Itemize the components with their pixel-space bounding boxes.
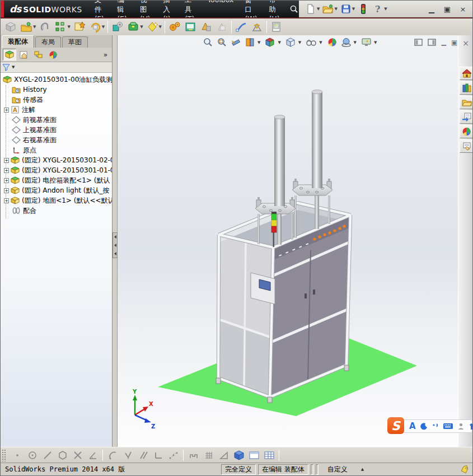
hydraulic-cylinder-front[interactable] xyxy=(274,115,285,206)
display-style-dropdown[interactable]: ▼ xyxy=(298,40,301,45)
moon-icon[interactable] xyxy=(420,423,428,430)
hydraulic-cylinder-rear[interactable] xyxy=(312,90,322,188)
displaymanager-icon[interactable] xyxy=(46,49,60,60)
table-icon[interactable] xyxy=(261,449,277,462)
new-part-icon[interactable] xyxy=(72,20,87,34)
open-part-icon[interactable] xyxy=(18,20,34,34)
point-icon[interactable] xyxy=(10,449,25,462)
file-explorer-icon[interactable] xyxy=(460,96,473,109)
cube-3d-icon[interactable] xyxy=(231,449,246,462)
door-handle[interactable] xyxy=(305,293,307,298)
tab-sketch[interactable]: 草图 xyxy=(62,36,88,48)
new-dropdown-arrow[interactable]: ▼ xyxy=(317,7,320,11)
tree-item-root[interactable]: XYGL-20150301-00油缸负载测试 xyxy=(1,74,112,85)
save-icon[interactable] xyxy=(339,2,353,16)
graphics-viewport[interactable]: Y X Z ▼ ▼ ▼ xyxy=(118,35,473,447)
exploded-view-icon[interactable] xyxy=(182,20,198,34)
expand-icon[interactable]: + xyxy=(4,188,9,193)
hide-show-items-icon[interactable] xyxy=(306,37,317,48)
polygon-icon[interactable] xyxy=(55,449,70,462)
filter-dropdown-arrow[interactable]: ▼ xyxy=(12,65,15,69)
parallel-icon[interactable] xyxy=(135,449,151,462)
tree-item-fixed-02[interactable]: + (固定) XYGL-20150301-02-0 xyxy=(1,155,112,165)
doc-minimize-button[interactable]: ▁ xyxy=(441,39,446,48)
angle-icon[interactable] xyxy=(85,449,100,462)
view-settings-dropdown[interactable]: ▼ xyxy=(374,40,377,45)
previous-view-icon[interactable] xyxy=(231,37,241,48)
tree-item-andon-light[interactable]: + (固定) Andon light (默认_按 xyxy=(1,185,112,195)
mate-icon[interactable] xyxy=(37,20,53,34)
tree-item-floor[interactable]: + (固定) 地面<1> (默认<<默认 xyxy=(1,195,112,206)
open-dropdown-arrow[interactable]: ▼ xyxy=(334,7,337,11)
apply-scene-icon[interactable] xyxy=(341,37,352,48)
smart-component-icon[interactable] xyxy=(144,20,160,34)
simulation-icon[interactable] xyxy=(214,20,230,34)
tangent-arc-icon[interactable] xyxy=(105,449,120,462)
punctuation-icon[interactable] xyxy=(432,423,439,430)
expand-icon[interactable]: + xyxy=(4,168,9,173)
minimize-button[interactable]: ▁ xyxy=(427,5,437,13)
tree-item-top-plane[interactable]: 上视基准面 xyxy=(1,125,112,135)
appearances-scenes-icon[interactable] xyxy=(460,125,473,138)
image-icon[interactable] xyxy=(269,20,284,34)
help-icon[interactable]: ? xyxy=(371,2,385,16)
solidworks-resources-icon[interactable] xyxy=(460,67,473,80)
sogou-ime-logo[interactable]: S xyxy=(387,417,404,434)
view-orientation-icon[interactable] xyxy=(265,37,275,48)
tab-layout[interactable]: 布局 xyxy=(35,36,61,48)
spline-tool-icon[interactable] xyxy=(233,20,249,34)
smart-component-dropdown[interactable]: ▼ xyxy=(159,25,162,29)
circle-icon[interactable] xyxy=(25,449,40,462)
pattern-dropdown[interactable]: ▼ xyxy=(67,25,70,29)
open-document-icon[interactable] xyxy=(321,2,335,16)
tree-item-annotations[interactable]: + A 注解 xyxy=(1,105,112,115)
hide-show-dropdown[interactable]: ▼ xyxy=(319,40,322,45)
perpendicular-icon[interactable] xyxy=(151,449,166,462)
expand-icon[interactable]: + xyxy=(4,198,9,203)
custom-properties-icon[interactable] xyxy=(460,139,473,153)
user-icon[interactable] xyxy=(457,423,465,430)
toolbar-drag-handle[interactable] xyxy=(2,449,6,461)
component-pattern-icon[interactable] xyxy=(53,20,68,34)
insert-component-icon[interactable] xyxy=(3,20,18,34)
panel-chevron[interactable]: » xyxy=(104,51,110,59)
assembly-features-icon[interactable] xyxy=(198,20,214,34)
splitter-handle[interactable] xyxy=(113,232,118,258)
section-dropdown[interactable]: ▼ xyxy=(257,40,260,45)
rotate-component-icon[interactable] xyxy=(87,20,103,34)
featuremanager-tree-icon[interactable] xyxy=(3,49,16,60)
tab-assembly[interactable]: 装配体 xyxy=(2,35,34,48)
zoom-to-area-icon[interactable] xyxy=(217,37,227,48)
move-component-icon[interactable] xyxy=(110,20,125,34)
restore-button[interactable]: ▣ xyxy=(442,5,452,13)
scene-dropdown[interactable]: ▼ xyxy=(354,40,357,45)
expand-icon[interactable]: + xyxy=(4,158,9,163)
tree-item-sensors[interactable]: 传感器 xyxy=(1,95,112,105)
propertymanager-icon[interactable] xyxy=(17,49,31,60)
new-document-icon[interactable] xyxy=(303,2,318,16)
tree-item-mates[interactable]: 配合 xyxy=(1,206,112,216)
configurationmanager-icon[interactable] xyxy=(32,49,45,60)
motion-study-icon[interactable] xyxy=(167,20,182,34)
spline-icon[interactable] xyxy=(166,449,181,462)
search-icon[interactable] xyxy=(289,4,299,14)
door-handle[interactable] xyxy=(313,290,315,295)
line-icon[interactable] xyxy=(40,449,55,462)
close-button[interactable]: × xyxy=(458,5,468,13)
tag-icon[interactable] xyxy=(460,465,469,473)
performance-light-icon[interactable] xyxy=(356,2,371,16)
status-custom-menu[interactable]: 自定义 ▲ xyxy=(327,465,364,474)
tree-item-origin[interactable]: 原点 xyxy=(1,145,112,155)
help-dropdown-arrow[interactable]: ▼ xyxy=(384,7,387,11)
zoom-to-fit-icon[interactable] xyxy=(203,37,213,48)
tree-item-control-box[interactable]: + (固定) 电控箱装配<1> (默认 xyxy=(1,175,112,185)
rotate-dropdown[interactable]: ▼ xyxy=(102,25,105,29)
keyboard-icon[interactable] xyxy=(443,423,453,430)
tree-item-fixed-01[interactable]: + (固定) XYGL-20150301-01-0 xyxy=(1,165,112,175)
model-3d-view[interactable]: Y X Z xyxy=(118,35,473,447)
trim-icon[interactable] xyxy=(70,449,85,462)
view-palette-icon[interactable] xyxy=(460,110,473,124)
doc-close-button[interactable]: × xyxy=(462,39,469,48)
skin-icon[interactable] xyxy=(469,423,473,430)
open-part-dropdown[interactable]: ▼ xyxy=(33,25,36,29)
